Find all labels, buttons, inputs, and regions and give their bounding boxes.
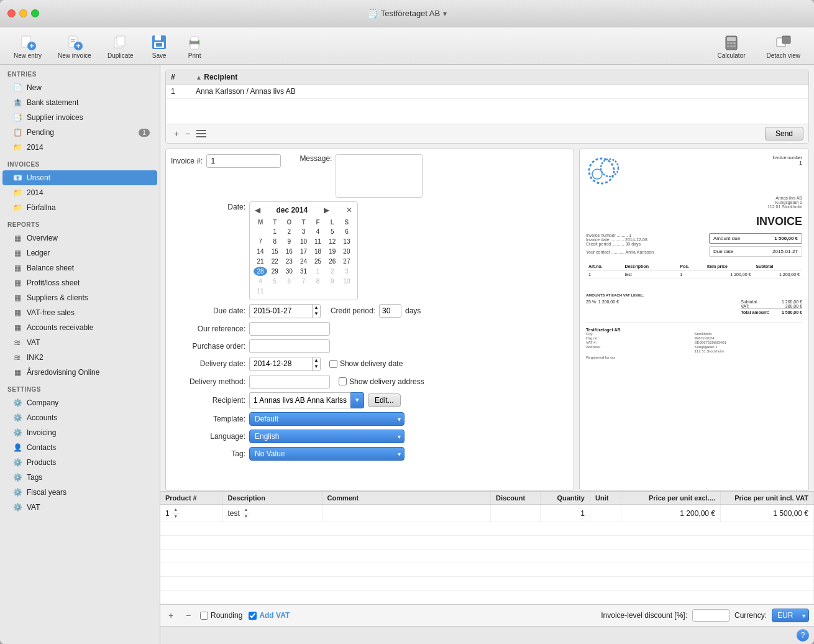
cal-day-28[interactable]: 28	[254, 267, 267, 276]
template-select[interactable]: Default	[249, 412, 405, 426]
due-date-stepper[interactable]: ▲ ▼	[312, 305, 320, 318]
save-button[interactable]: Save	[142, 30, 176, 62]
cal-day-14[interactable]: 14	[254, 247, 267, 256]
cal-day-19[interactable]: 19	[326, 247, 339, 256]
cal-day-7[interactable]: 7	[254, 237, 267, 246]
sidebar-item-new[interactable]: 📄 New	[2, 80, 157, 95]
remove-product-btn[interactable]: −	[183, 610, 194, 621]
detach-view-button[interactable]: Detach view	[759, 30, 808, 62]
cal-next[interactable]: ▶	[322, 206, 331, 214]
add-vat-checkbox[interactable]	[249, 612, 257, 620]
sidebar-item-accounts-receivable[interactable]: ▦ Accounts receivable	[2, 320, 157, 335]
cal-day-31[interactable]: 31	[296, 267, 310, 276]
currency-select[interactable]: EUR	[772, 609, 809, 622]
sidebar-item-products[interactable]: ⚙️ Products	[2, 455, 157, 470]
cal-day-18[interactable]: 18	[311, 247, 325, 256]
cal-day-25[interactable]: 25	[311, 257, 325, 266]
cal-day-26[interactable]: 26	[326, 257, 339, 266]
cal-close[interactable]: ✕	[345, 206, 354, 214]
cal-day-27[interactable]: 27	[340, 257, 354, 266]
cal-day-30[interactable]: 30	[282, 267, 296, 276]
cal-day-10[interactable]: 10	[296, 237, 310, 246]
calculator-button[interactable]: Calculator	[710, 30, 753, 62]
cal-day-9[interactable]: 9	[282, 237, 296, 246]
sidebar-item-invoicing[interactable]: ⚙️ Invoicing	[2, 425, 157, 440]
cal-prev[interactable]: ◀	[254, 206, 262, 214]
cal-day-11[interactable]: 11	[311, 237, 325, 246]
delivery-date-input[interactable]	[250, 357, 312, 370]
sidebar-item-fiscal-years[interactable]: ⚙️ Fiscal years	[2, 485, 157, 500]
sidebar-item-2014-entries[interactable]: 📁 2014	[2, 140, 157, 155]
show-delivery-address-checkbox[interactable]	[339, 377, 347, 385]
credit-period-input[interactable]	[379, 304, 401, 318]
cal-day-29[interactable]: 29	[268, 267, 281, 276]
sidebar-item-tags[interactable]: ⚙️ Tags	[2, 470, 157, 485]
product-comment-cell[interactable]	[322, 505, 491, 522]
add-invoice-btn[interactable]: +	[171, 128, 182, 139]
cal-day-21[interactable]: 21	[254, 257, 267, 266]
sidebar-item-supplier-invoices[interactable]: 📑 Supplier invoices	[2, 110, 157, 125]
delivery-method-input[interactable]	[249, 375, 330, 389]
cal-day-4[interactable]: 4	[311, 227, 325, 236]
our-reference-input[interactable]	[249, 322, 330, 336]
cal-day-12[interactable]: 12	[326, 237, 339, 246]
cal-day-24[interactable]: 24	[296, 257, 310, 266]
sidebar-item-suppliers-clients[interactable]: ▦ Suppliers & clients	[2, 290, 157, 305]
sidebar-item-balance-sheet[interactable]: ▦ Balance sheet	[2, 260, 157, 275]
sidebar-item-overview[interactable]: ▦ Overview	[2, 231, 157, 246]
sidebar-item-bank-statement[interactable]: 🏦 Bank statement	[2, 95, 157, 110]
message-input[interactable]	[336, 154, 423, 198]
duplicate-button[interactable]: Duplicate	[100, 30, 141, 62]
cal-day-16[interactable]: 16	[282, 247, 296, 256]
cal-day-6[interactable]: 6	[340, 227, 354, 236]
product-num-stepper[interactable]: ▲ ▼	[172, 507, 180, 520]
sidebar-item-vat-free-sales[interactable]: ▦ VAT-free sales	[2, 305, 157, 320]
sidebar-item-company[interactable]: ⚙️ Company	[2, 395, 157, 410]
invoice-row[interactable]: 1 Anna Karlsson / Annas livs AB	[166, 85, 808, 99]
invoice-settings-icon[interactable]	[196, 128, 207, 139]
sidebar-item-pending[interactable]: 📋 Pending 1	[2, 125, 157, 140]
delivery-date-stepper[interactable]: ▲ ▼	[312, 357, 320, 370]
cal-day-22[interactable]: 22	[268, 257, 281, 266]
cal-day-23[interactable]: 23	[282, 257, 296, 266]
invoice-num-input[interactable]	[206, 154, 281, 168]
help-button[interactable]: ?	[797, 629, 809, 642]
add-product-btn[interactable]: +	[165, 610, 176, 621]
show-delivery-date-checkbox[interactable]	[329, 360, 337, 368]
maximize-button[interactable]	[31, 9, 39, 17]
cal-day-20[interactable]: 20	[340, 247, 354, 256]
edit-button[interactable]: Edit...	[368, 393, 401, 407]
sidebar-item-accounts[interactable]: ⚙️ Accounts	[2, 410, 157, 425]
print-button[interactable]: Print	[178, 30, 212, 62]
remove-invoice-btn[interactable]: −	[182, 128, 193, 139]
language-select[interactable]: English	[249, 430, 405, 443]
recipient-dropdown-btn[interactable]: ▾	[350, 392, 364, 408]
rounding-checkbox[interactable]	[200, 612, 208, 620]
sidebar-item-ledger[interactable]: ▦ Ledger	[2, 246, 157, 260]
minimize-button[interactable]	[19, 9, 27, 17]
product-discount-cell[interactable]	[491, 505, 541, 522]
recipient-input[interactable]	[249, 392, 350, 408]
cal-day-2[interactable]: 2	[282, 227, 296, 236]
cal-day-1[interactable]: 1	[268, 227, 281, 236]
product-desc-stepper[interactable]: ▲ ▼	[242, 507, 250, 520]
due-date-input[interactable]	[250, 305, 312, 317]
sidebar-item-vat[interactable]: ≋ VAT	[2, 335, 157, 350]
sidebar-item-arsredovisning[interactable]: ▦ Årsredovisning Online	[2, 365, 157, 380]
sidebar-item-2014-invoices[interactable]: 📁 2014	[2, 185, 157, 200]
send-button[interactable]: Send	[765, 127, 803, 140]
discount-input[interactable]	[692, 609, 729, 622]
cal-day-8[interactable]: 8	[268, 237, 281, 246]
cal-day-5[interactable]: 5	[326, 227, 339, 236]
sidebar-item-profit-loss[interactable]: ▦ Profit/loss sheet	[2, 275, 157, 290]
sidebar-item-vat-settings[interactable]: ⚙️ VAT	[2, 500, 157, 515]
tag-select[interactable]: No Value	[249, 447, 405, 461]
sidebar-item-unsent[interactable]: 📧 Unsent	[2, 170, 157, 185]
sidebar-item-ink2[interactable]: ≋ INK2	[2, 350, 157, 365]
cal-day-15[interactable]: 15	[268, 247, 281, 256]
sidebar-item-forfallna[interactable]: 📁 Förfallna	[2, 200, 157, 215]
sidebar-item-contacts[interactable]: 👤 Contacts	[2, 440, 157, 455]
cal-day-13[interactable]: 13	[340, 237, 354, 246]
cal-day-3[interactable]: 3	[296, 227, 310, 236]
product-unit-cell[interactable]	[590, 505, 621, 522]
